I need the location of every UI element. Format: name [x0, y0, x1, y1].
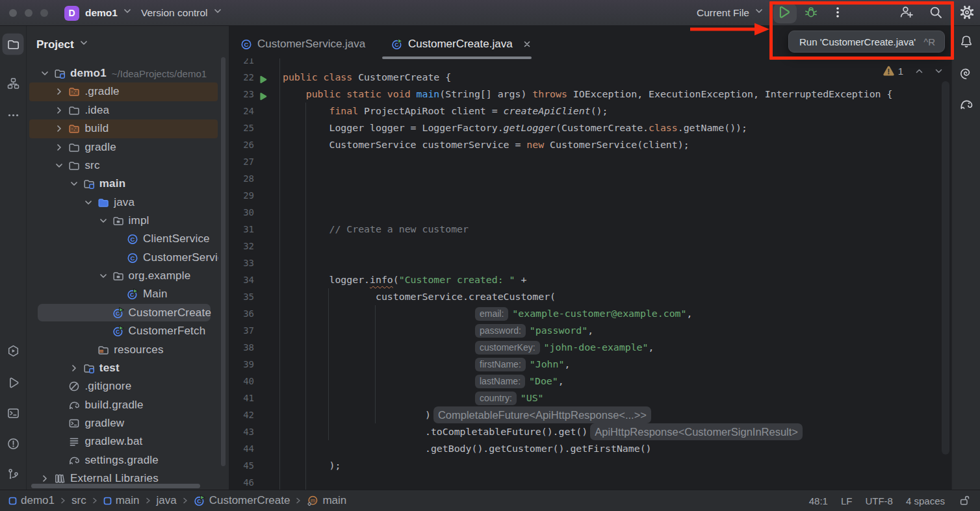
parameter-hint[interactable]: customerKey:	[475, 341, 540, 355]
chevron-down-icon[interactable]	[40, 68, 50, 79]
status-indent[interactable]: 4 spaces	[906, 495, 945, 506]
svg-text:C: C	[244, 41, 249, 48]
tree-row-ClientService[interactable]: CClientService	[27, 230, 218, 249]
vcs-widget[interactable]: Version control	[141, 0, 223, 26]
tree-row-.gradle[interactable]: .gradle	[27, 82, 218, 101]
line-number: 46	[229, 474, 254, 490]
tree-row-CustomerService[interactable]: CCustomerService	[27, 248, 218, 267]
chevron-right-icon[interactable]	[54, 142, 64, 153]
tool-window-button-problems[interactable]	[3, 433, 24, 455]
tree-row-CustomerCreate[interactable]: CCustomerCreate	[27, 303, 218, 322]
tree-chevron-spacer	[112, 234, 123, 244]
tree-chevron-spacer	[98, 326, 109, 336]
breadcrumb-main[interactable]: mmain	[307, 494, 346, 507]
chevron-down-icon[interactable]	[54, 160, 64, 171]
tree-row-org.example[interactable]: org.example	[27, 267, 218, 286]
tree-row-src[interactable]: src	[27, 156, 218, 175]
previous-problem-button[interactable]	[914, 66, 924, 76]
parameter-hint[interactable]: firstName:	[475, 358, 526, 371]
tree-row-gradle[interactable]: gradle	[27, 138, 218, 156]
chevron-right-icon[interactable]	[69, 363, 79, 373]
folder-icon	[68, 142, 80, 153]
chevron-down-icon[interactable]	[98, 216, 109, 226]
parameter-hint[interactable]: lastName:	[475, 375, 525, 388]
chevron-down-icon[interactable]	[69, 179, 79, 189]
tree-row-build.gradle[interactable]: build.gradle	[27, 395, 218, 414]
tree-row-settings.gradle[interactable]: settings.gradle	[27, 451, 218, 469]
java-class-run-icon: C	[112, 307, 124, 319]
ai-assistant-button[interactable]	[959, 66, 974, 83]
tool-window-button-terminal[interactable]	[3, 403, 24, 424]
chevron-right-icon[interactable]	[54, 123, 64, 134]
tree-row-.gitignore[interactable]: .gitignore	[27, 377, 218, 396]
parameter-hint[interactable]: country:	[475, 392, 517, 405]
tool-window-button-structure[interactable]	[3, 73, 24, 94]
lock-icon[interactable]	[958, 494, 971, 507]
breadcrumb-main[interactable]: main	[103, 494, 140, 507]
code-token: logger.	[283, 271, 370, 288]
window-minimize-button[interactable]	[25, 9, 32, 17]
chevron-right-icon[interactable]	[40, 473, 50, 484]
line-number: 34	[229, 271, 254, 288]
project-avatar[interactable]: D	[64, 6, 79, 21]
status-bar-widgets: 48:1LFUTF-84 spaces	[796, 494, 971, 507]
close-tab-icon[interactable]	[522, 39, 532, 49]
tree-row-java[interactable]: java	[27, 193, 218, 212]
tree-row-test[interactable]: test	[27, 358, 218, 377]
tree-row-impl[interactable]: impl	[27, 211, 218, 230]
notifications-button[interactable]	[959, 34, 974, 51]
tree-row-.idea[interactable]: .idea	[27, 101, 218, 119]
chevron-right-icon[interactable]	[54, 105, 64, 116]
editor-tab-CustomerService.java[interactable]: CCustomerService.java	[231, 28, 370, 60]
window-close-button[interactable]	[9, 9, 17, 17]
code-token: "Customer created: "	[399, 271, 515, 288]
editor-vertical-scrollbar[interactable]	[942, 81, 949, 455]
tree-chevron-spacer	[54, 400, 64, 410]
tool-window-button-version-control[interactable]	[3, 464, 24, 485]
chevron-down-icon[interactable]	[83, 197, 94, 208]
code-token: info	[370, 271, 393, 288]
gradle-button[interactable]	[959, 97, 974, 115]
code-token: public class	[283, 69, 358, 86]
code-editor[interactable]: 2122public class CustomerCreate {23 publ…	[229, 58, 951, 490]
tool-window-button-services[interactable]	[3, 340, 24, 362]
tree-row-CustomerFetch[interactable]: CCustomerFetch	[27, 322, 218, 341]
tool-window-button-run[interactable]	[3, 372, 24, 393]
code-line-25: 25 Logger logger = LoggerFactory.getLogg…	[229, 119, 951, 136]
breadcrumb-src[interactable]: src	[71, 494, 86, 507]
code-line-text: Logger logger = LoggerFactory.getLogger(…	[283, 119, 747, 136]
project-selector[interactable]: demo1	[85, 0, 133, 26]
type-hint[interactable]: ApiHttpResponse<CustomerSignInResult>	[590, 423, 803, 440]
editor-tab-CustomerCreate.java[interactable]: CCustomerCreate.java	[382, 28, 532, 60]
breadcrumb-java[interactable]: java	[157, 494, 177, 507]
chevron-right-icon[interactable]	[54, 86, 64, 97]
inspections-widget[interactable]: 1	[883, 62, 944, 79]
tree-row-Main[interactable]: CMain	[27, 285, 218, 304]
tree-row-gradlew.bat[interactable]: gradlew.bat	[27, 432, 218, 451]
tree-row-resources[interactable]: resources	[27, 340, 218, 359]
window-zoom-button[interactable]	[40, 9, 48, 17]
tree-row-main[interactable]: main	[27, 175, 218, 193]
tree-row-demo1[interactable]: demo1~/IdeaProjects/demo1	[27, 64, 218, 83]
chevron-down-icon[interactable]	[98, 271, 109, 281]
project-tree-vertical-scrollbar[interactable]	[221, 57, 226, 466]
parameter-hint[interactable]: password:	[475, 324, 526, 338]
tool-window-button-more-tools[interactable]	[3, 105, 24, 126]
code-token: +	[515, 271, 526, 288]
type-hint[interactable]: CompletableFuture<ApiHttpResponse<...>>	[433, 406, 651, 423]
gradle-file-icon	[68, 399, 80, 411]
parameter-hint[interactable]: email:	[475, 307, 508, 321]
status-line-separator[interactable]: LF	[841, 495, 853, 506]
source-folder-icon	[97, 197, 109, 208]
tree-row-gradlew[interactable]: gradlew	[27, 414, 218, 432]
status-caret-position[interactable]: 48:1	[809, 495, 828, 506]
tree-item-label: .idea	[84, 104, 109, 117]
settings-button[interactable]	[955, 3, 979, 23]
status-encoding[interactable]: UTF-8	[865, 495, 893, 506]
breadcrumb-separator-icon	[294, 496, 302, 505]
next-problem-button[interactable]	[934, 66, 944, 76]
tool-window-button-project[interactable]	[3, 34, 24, 55]
breadcrumb-CustomerCreate[interactable]: CCustomerCreate	[194, 494, 290, 507]
tree-row-build[interactable]: build	[27, 119, 218, 138]
breadcrumb-demo1[interactable]: demo1	[8, 494, 55, 507]
